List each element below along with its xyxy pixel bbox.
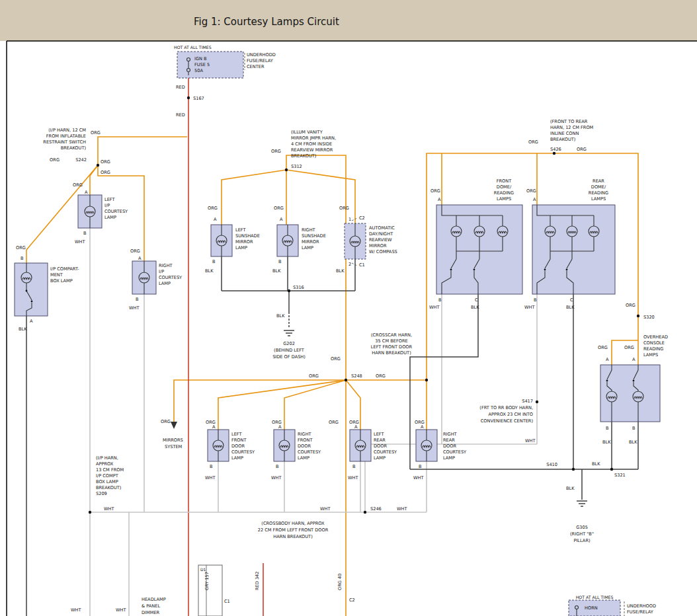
fuse-number: FUSE 5 (194, 62, 210, 67)
rf-door-lamp-5: LAMP (298, 455, 309, 461)
ground-g305-icon (577, 501, 587, 506)
wire-label-wht: WHT (348, 475, 358, 481)
ip-comp-lamp-3: BOX LAMP (50, 278, 73, 284)
pin-a: A (138, 256, 142, 261)
splice-s320-dot (637, 315, 639, 317)
wire-label-wht: WHT (129, 305, 140, 311)
pin-b: B (83, 231, 87, 236)
splice-s242: S242 (75, 157, 87, 163)
conn-c2-tick (352, 218, 357, 221)
splice-s248: S248 (351, 373, 362, 379)
splice-s246: S246 (370, 506, 382, 512)
note-ip-harn-3: RESTRAINT SWITCH (43, 139, 86, 145)
dimmer-connector-box (198, 565, 222, 616)
horn-fuse-label: HORN (585, 605, 598, 611)
wire-org-mirrors-system (174, 380, 346, 423)
left-ip-lamp-3: COURTESY (104, 209, 128, 214)
right-sunshade-1: RIGHT (302, 227, 316, 233)
splice-s417-dot (536, 401, 538, 403)
conn-c1-bottom: C1 (224, 599, 230, 604)
conn-c2-bottom: C2 (349, 597, 355, 603)
wire-label-org: ORG (309, 373, 319, 379)
wire-label-org: ORG (526, 188, 536, 194)
headlamp-dimmer-3: DIMMER (142, 610, 160, 615)
pin-b: B (276, 464, 279, 469)
wire-label-wht: WHT (524, 305, 535, 310)
pin-b: B (606, 426, 609, 431)
wire-label-red: RED (176, 112, 185, 118)
pin-a: A (214, 217, 217, 222)
note-ip-harn-1: (I/P HARN, 12 CM (48, 128, 86, 133)
wire-label-wht: WHT (116, 607, 126, 613)
wire-label-org: ORG (73, 182, 83, 188)
splice-s246-dot (364, 511, 366, 514)
wire-label-org: ORG (50, 157, 60, 163)
wire-label-org: ORG (331, 356, 341, 362)
right-sunshade-4: LAMP (302, 245, 313, 250)
splice-s321: S321 (614, 473, 626, 478)
courtesy-lamps-diagram-page: Fig 1: Courtesy Lamps CircuitHOT AT ALL … (0, 0, 697, 616)
wire-org-left-sunshade (222, 170, 286, 225)
auto-mirror-2: DAY/NIGHT (369, 231, 393, 237)
ip-comp-lamp-2: MENT (50, 272, 63, 278)
rr-door-lamp-1: RIGHT (443, 432, 458, 437)
pin-a: A (30, 319, 33, 324)
wire-org-s242-feed (98, 137, 187, 165)
wire-label-org: ORG (339, 206, 349, 211)
rr-door-lamp-4: COURTESY (443, 449, 467, 455)
underhood-center-bottom-1: UNDERHOOD (627, 603, 656, 609)
note-ip-harn2-5: BOX LAMP (96, 479, 118, 484)
note-illum-5: BREAKOUT) (291, 153, 316, 159)
wire-label-blk: BLK (336, 268, 345, 274)
pin-b: B (632, 426, 636, 431)
splice-s167-dot (187, 96, 190, 99)
wire-org-auto-mirror (286, 170, 355, 223)
wire-label-org: ORG (101, 170, 110, 175)
right-ip-lamp-1: RIGHT (159, 263, 173, 268)
wire-label-org: ORG (624, 345, 634, 350)
splice-s316-dot (288, 289, 290, 292)
wire-label-wht: WHT (75, 239, 85, 245)
pin-a: A (632, 357, 636, 362)
wire-label-org: ORG (101, 159, 110, 165)
ground-g202: G202 (283, 341, 295, 346)
left-sunshade-4: LAMP (235, 245, 247, 250)
pin-2: 2 (348, 262, 351, 267)
rear-dome-lamps-box (532, 205, 615, 294)
console-title-4: LAMPS (643, 352, 658, 358)
console-title-1: OVERHEAD (643, 334, 668, 340)
note-illum-2: MIRROR JMPR HARN, (291, 135, 336, 141)
wire-label-blk: BLK (205, 268, 214, 274)
ground-g305-note-1: (RIGHT "B" (570, 531, 594, 537)
note-ip-harn2-6: BREAKOUT) (96, 485, 121, 490)
underhood-center-bottom-2: FUSE/RELAY (627, 609, 654, 615)
wire-label-blk: BLK (19, 327, 27, 332)
right-ip-lamp-4: LAMP (159, 281, 171, 286)
black-wires (26, 256, 638, 616)
rear-dome-title-2: DOME/ (591, 184, 606, 190)
pin-a: A (278, 424, 282, 430)
wire-label-red: RED (176, 85, 185, 90)
auto-mirror-1: AUTOMATIC (369, 225, 395, 231)
wire-label-org: ORG (91, 130, 101, 135)
wire-label-blk: BLK (629, 440, 637, 445)
pin-a: A (533, 197, 536, 202)
lr-door-lamp-4: COURTESY (374, 449, 397, 455)
pin-b: B (136, 297, 139, 302)
wire-label-org: ORG (376, 373, 386, 379)
rr-door-lamp-5: LAMP (443, 455, 455, 461)
wire-label-org: ORG (208, 206, 218, 211)
splice-s209: S209 (96, 491, 107, 496)
wire-label-wht: WHT (205, 475, 216, 481)
rf-door-lamp-4: COURTESY (298, 449, 321, 455)
pin-b: B (534, 297, 537, 303)
wire-label-red-342: RED 342 (255, 571, 260, 590)
lr-door-lamp-1: LEFT (374, 432, 385, 437)
wire-label-org: ORG (271, 149, 281, 154)
pin-a: A (212, 424, 216, 430)
wire-label-org: ORG (16, 245, 26, 250)
figure-title: Fig 1: Courtesy Lamps Circuit (194, 16, 339, 28)
ground-g202-icon (284, 330, 294, 336)
lf-door-lamp-3: DOOR (231, 443, 245, 449)
wire-label-org: ORG (598, 345, 608, 350)
